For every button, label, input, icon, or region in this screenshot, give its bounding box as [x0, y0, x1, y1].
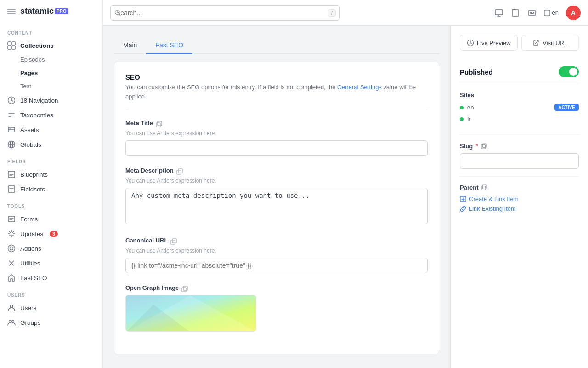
svg-point-18: [9, 321, 11, 323]
svg-rect-13: [8, 186, 15, 192]
svg-rect-29: [156, 123, 160, 127]
meta-description-label-row: Meta Description: [125, 167, 428, 176]
sidebar-item-pages[interactable]: Pages: [0, 66, 102, 80]
sidebar-item-label-fastseo: Fast SEO: [20, 275, 47, 282]
sidebar-header: statamic PRO: [0, 0, 102, 23]
svg-point-19: [12, 321, 14, 323]
toggle-slider: [559, 66, 579, 77]
sidebar-item-label-blueprints: Blueprints: [20, 171, 48, 178]
live-preview-button[interactable]: Live Preview: [460, 35, 518, 51]
sidebar-item-users[interactable]: Users: [0, 300, 102, 315]
meta-title-field: Meta Title You can use Antlers expressio…: [125, 120, 428, 156]
og-image-field: Open Graph Image: [125, 284, 428, 332]
canonical-url-field: Canonical URL You can use Antlers expres…: [125, 237, 428, 273]
site-fr-indicator: [460, 117, 464, 121]
addons-icon: [7, 244, 16, 253]
canonical-url-label-row: Canonical URL: [125, 237, 428, 246]
og-image-label: Open Graph Image: [125, 284, 179, 291]
svg-point-16: [8, 245, 15, 252]
sidebar-item-updates[interactable]: Updates 3: [0, 226, 102, 241]
sidebar-item-label-addons: Addons: [20, 245, 41, 252]
sidebar-item-addons[interactable]: Addons: [0, 241, 102, 256]
parent-copy-icon[interactable]: [481, 184, 487, 190]
parent-label-row: Parent: [460, 184, 579, 191]
sidebar-item-fastseo[interactable]: Fast SEO: [0, 270, 102, 285]
fastseo-icon: [7, 274, 16, 282]
sidebar-item-globals[interactable]: Globals: [0, 137, 102, 152]
site-en-dot: en: [460, 104, 474, 111]
svg-rect-23: [530, 12, 531, 13]
svg-point-15: [10, 247, 13, 250]
utilities-icon: [7, 259, 16, 267]
og-image-copy-icon[interactable]: [181, 286, 188, 292]
general-settings-link[interactable]: General Settings: [337, 84, 382, 91]
tabs: Main Fast SEO: [114, 37, 439, 54]
canonical-url-input[interactable]: [125, 258, 428, 273]
collections-icon: [7, 41, 16, 50]
site-en-active-badge: ACTIVE: [554, 104, 579, 111]
sidebar-item-assets[interactable]: Assets: [0, 122, 102, 137]
sidebar-item-fieldsets[interactable]: Fieldsets: [0, 182, 102, 196]
svg-rect-41: [481, 144, 486, 149]
lang-button[interactable]: en: [544, 9, 559, 16]
link-existing-item-link[interactable]: Link Existing Item: [460, 205, 579, 212]
meta-title-label: Meta Title: [125, 120, 153, 126]
right-panel: Live Preview Visit URL Published Sites: [450, 26, 588, 368]
meta-title-copy-icon[interactable]: [156, 121, 162, 127]
canonical-url-hint: You can use Antlers expression here.: [125, 247, 428, 254]
topbar-right: en A: [494, 6, 581, 20]
hamburger-icon[interactable]: [7, 7, 16, 16]
slug-label-row: Slug *: [460, 142, 579, 150]
sidebar-item-navigation[interactable]: 18 Navigation: [0, 93, 102, 108]
meta-description-hint: You can use Antlers expression here.: [125, 178, 428, 184]
svg-rect-28: [158, 121, 162, 126]
canonical-url-label: Canonical URL: [125, 237, 168, 244]
visit-url-button[interactable]: Visit URL: [521, 35, 579, 51]
search-input[interactable]: [110, 5, 340, 21]
sidebar-item-label-navigation: 18 Navigation: [20, 97, 58, 104]
seo-description: You can customize the SEO options for th…: [125, 83, 428, 101]
assets-icon: [7, 126, 16, 134]
og-image-preview[interactable]: [125, 295, 256, 332]
sidebar-item-blueprints[interactable]: Blueprints: [0, 167, 102, 182]
sidebar-item-episodes[interactable]: Episodes: [0, 53, 102, 66]
svg-rect-43: [481, 186, 486, 190]
sidebar-item-taxonomies[interactable]: Taxonomies: [0, 108, 102, 122]
canonical-url-copy-icon[interactable]: [170, 238, 177, 245]
svg-rect-14: [8, 216, 15, 222]
keyboard-icon[interactable]: [527, 8, 537, 17]
svg-rect-42: [483, 185, 487, 189]
slug-copy-icon[interactable]: [481, 143, 487, 149]
sidebar-item-label-test: Test: [20, 83, 31, 90]
navigation-icon: [7, 96, 16, 104]
meta-description-input[interactable]: Any custom meta description you want to …: [125, 188, 428, 224]
sidebar-item-label-utilities: Utilities: [20, 260, 40, 267]
sidebar-item-label-episodes: Episodes: [20, 56, 45, 63]
tab-main[interactable]: Main: [114, 37, 146, 54]
svg-rect-40: [482, 144, 486, 148]
meta-title-input[interactable]: The custom homepage title: [125, 140, 428, 156]
sidebar-item-utilities[interactable]: Utilities: [0, 256, 102, 270]
sidebar-item-collections[interactable]: Collections: [0, 38, 102, 53]
tab-fastseo[interactable]: Fast SEO: [146, 37, 192, 54]
monitor-icon[interactable]: [494, 8, 503, 17]
create-link-item-link[interactable]: Create & Link Item: [460, 196, 579, 202]
meta-description-copy-icon[interactable]: [176, 168, 183, 175]
sidebar-item-groups[interactable]: Groups: [0, 315, 102, 330]
published-toggle[interactable]: [559, 66, 579, 77]
sidebar-item-forms[interactable]: Forms: [0, 212, 102, 226]
sidebar-item-label-assets: Assets: [20, 126, 39, 133]
site-fr-dot: fr: [460, 115, 471, 122]
parent-section: Parent Create & Link Item Link Existing …: [460, 177, 579, 222]
slug-input[interactable]: home: [460, 153, 579, 169]
svg-rect-33: [171, 240, 175, 244]
updates-badge: 3: [50, 231, 58, 237]
meta-title-label-row: Meta Title: [125, 120, 428, 128]
sidebar-item-test[interactable]: Test: [0, 80, 102, 93]
section-label-content: CONTENT: [0, 23, 102, 38]
book-icon[interactable]: [511, 8, 520, 17]
site-row-en: en ACTIVE: [460, 104, 579, 111]
user-avatar[interactable]: A: [566, 6, 581, 20]
slug-label: Slug: [460, 143, 473, 150]
seo-section-card: SEO You can customize the SEO options fo…: [114, 62, 439, 354]
